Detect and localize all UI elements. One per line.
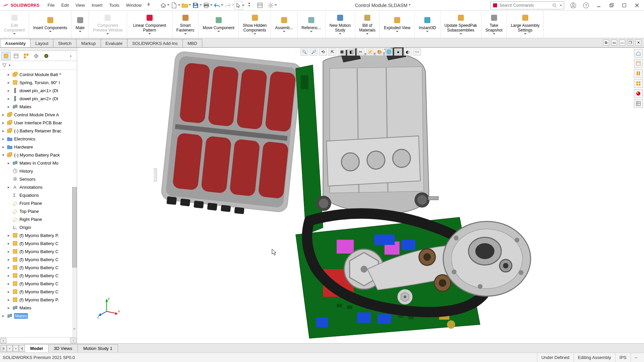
tree-item-29[interactable]: ▸Mates bbox=[0, 304, 77, 312]
tree-item-7[interactable]: ▸(-) Battery Retainer Brac bbox=[0, 127, 77, 135]
tree-item-24[interactable]: ▸(f) Myomo Battery C bbox=[0, 263, 77, 272]
status-extra[interactable]: – bbox=[631, 353, 641, 362]
filter-dropdown-icon[interactable]: ▾ bbox=[9, 63, 10, 67]
tree-item-2[interactable]: ▸dowel pin_ai<1> (DI bbox=[0, 86, 77, 95]
large-asm-dropdown-icon[interactable] bbox=[524, 33, 527, 36]
redo-icon[interactable] bbox=[223, 1, 232, 10]
fm-tab-more[interactable]: › bbox=[66, 52, 75, 60]
tree-item-14[interactable]: ▸AAnnotations bbox=[0, 183, 77, 191]
ribbon-insert-components[interactable]: Insert Components bbox=[29, 11, 71, 38]
tree-expand-22[interactable]: ▸ bbox=[7, 249, 11, 254]
options-gear-icon[interactable] bbox=[266, 1, 275, 10]
tree-item-27[interactable]: ▸(f) Myomo Battery C bbox=[0, 288, 77, 296]
new-document-icon[interactable] bbox=[170, 1, 178, 10]
tree-expand-6[interactable]: ▸ bbox=[1, 121, 5, 125]
tree-expand-0[interactable]: ▸ bbox=[7, 72, 11, 77]
tree-item-3[interactable]: ▸dowel pin_ai<2> (DI bbox=[0, 95, 77, 103]
tp-appearances-icon[interactable] bbox=[634, 89, 643, 98]
tree-expand-4[interactable]: ▸ bbox=[7, 105, 11, 109]
bom-dropdown-icon[interactable] bbox=[366, 33, 369, 36]
tree-expand-10[interactable]: ▾ bbox=[1, 153, 5, 157]
ribbon-reference-geom[interactable]: Referenc... bbox=[298, 11, 326, 38]
fm-tab-tree[interactable] bbox=[1, 52, 11, 60]
tree-item-22[interactable]: ▸(f) Myomo Battery C bbox=[0, 247, 77, 255]
menu-insert[interactable]: Insert bbox=[89, 2, 105, 9]
tree-item-15[interactable]: ΣEquations bbox=[0, 191, 77, 199]
headsup-btn-11[interactable]: ◐ bbox=[404, 48, 412, 56]
tree-expand-3[interactable]: ▸ bbox=[7, 97, 11, 101]
headsup-btn-5[interactable]: ◧ bbox=[347, 48, 355, 56]
ribbon-snapshot[interactable]: TakeSnapshot bbox=[481, 11, 507, 38]
ribbon-move-component[interactable]: Move Component bbox=[199, 11, 239, 38]
tree-expand-20[interactable]: ▸ bbox=[7, 233, 11, 238]
bt-last[interactable]: ›| bbox=[19, 345, 25, 352]
tree-scroll-down[interactable]: ⌄ bbox=[72, 325, 76, 330]
select-cursor-icon[interactable] bbox=[234, 1, 243, 10]
menu-tools[interactable]: Tools bbox=[107, 2, 122, 9]
hscroll-left[interactable]: ‹ bbox=[0, 338, 6, 343]
tree-item-30[interactable]: ▸Mates bbox=[0, 312, 77, 320]
ribbon-speedpak[interactable]: Update SpeedPakSubassemblies bbox=[440, 11, 481, 38]
save-icon[interactable] bbox=[191, 1, 200, 10]
restore-button[interactable] bbox=[607, 2, 616, 9]
fm-tab-property[interactable] bbox=[11, 52, 21, 60]
file-properties-icon[interactable] bbox=[256, 1, 264, 10]
home-icon[interactable] bbox=[159, 1, 168, 10]
tree-expand-28[interactable]: ▸ bbox=[7, 298, 11, 302]
search-input[interactable] bbox=[499, 3, 551, 8]
search-commands[interactable]: ▾ bbox=[490, 1, 564, 9]
pin-icon[interactable] bbox=[146, 2, 151, 8]
motion-study-dropdown-icon[interactable] bbox=[339, 33, 341, 36]
move-component-dropdown-icon[interactable] bbox=[217, 31, 220, 34]
tree-item-17[interactable]: Top Plane bbox=[0, 207, 77, 215]
ribbon-motion-study[interactable]: New MotionStudy bbox=[325, 11, 355, 38]
doc-new-window-icon[interactable]: ⧉ bbox=[603, 40, 609, 46]
headsup-btn-1[interactable]: 🔎 bbox=[310, 48, 318, 56]
menu-edit[interactable]: Edit bbox=[59, 2, 71, 9]
feature-tree[interactable]: ▸Control Module Batt ^▸Spring, Torsion, … bbox=[0, 70, 77, 337]
tab-assembly[interactable]: Assembly bbox=[0, 39, 31, 47]
headsup-btn-6[interactable]: ✂ bbox=[357, 48, 365, 56]
headsup-btn-10[interactable]: ● bbox=[394, 48, 402, 56]
tree-item-12[interactable]: History bbox=[0, 167, 77, 175]
headsup-btn-2[interactable]: ⟲ bbox=[319, 48, 327, 56]
tree-item-18[interactable]: Right Plane bbox=[0, 215, 77, 223]
mate-dropdown-icon[interactable] bbox=[79, 31, 82, 34]
menu-window[interactable]: Window bbox=[123, 2, 144, 9]
search-dropdown-icon[interactable]: ▾ bbox=[560, 3, 562, 7]
ribbon-show-hidden[interactable]: Show HiddenComponents bbox=[239, 11, 271, 38]
show-hidden-dropdown-icon[interactable] bbox=[254, 33, 256, 36]
tree-expand-2[interactable]: ▸ bbox=[7, 88, 11, 93]
tree-item-20[interactable]: ▸(f) Myomo Battery P. bbox=[0, 231, 77, 239]
doc-tile-icon[interactable]: ▭ bbox=[611, 40, 617, 46]
headsup-btn-7[interactable]: 🧭 bbox=[366, 48, 374, 56]
doc-minimize-icon[interactable]: — bbox=[619, 40, 625, 46]
bt-next[interactable]: › bbox=[13, 345, 19, 352]
menu-view[interactable]: View bbox=[73, 2, 88, 9]
maximize-doc-button[interactable] bbox=[620, 2, 629, 9]
tree-expand-1[interactable]: ▸ bbox=[7, 80, 11, 85]
tree-item-0[interactable]: ▸Control Module Batt ^ bbox=[0, 70, 77, 78]
fm-tab-config[interactable] bbox=[21, 52, 31, 60]
tree-item-19[interactable]: Origin bbox=[0, 223, 77, 231]
smart-fasteners-dropdown-icon[interactable] bbox=[184, 33, 187, 36]
tab-markup[interactable]: Markup bbox=[76, 39, 101, 47]
tab-solidworks-add-ins[interactable]: SOLIDWORKS Add-Ins bbox=[127, 39, 183, 47]
snapshot-dropdown-icon[interactable] bbox=[493, 33, 495, 36]
tab-mbd[interactable]: MBD bbox=[182, 39, 202, 47]
tree-item-5[interactable]: ▸Control Module Drive A bbox=[0, 111, 77, 119]
tp-view-palette-icon[interactable] bbox=[634, 79, 643, 88]
ribbon-exploded-view[interactable]: Exploded View bbox=[380, 11, 415, 38]
fm-tab-display[interactable] bbox=[42, 52, 51, 60]
feature-filter[interactable]: ▾ bbox=[0, 61, 77, 70]
tree-item-25[interactable]: ▸(f) Myomo Battery C bbox=[0, 272, 77, 280]
tree-expand-5[interactable]: ▸ bbox=[1, 113, 5, 117]
menu-file[interactable]: File bbox=[45, 2, 57, 9]
tab-sketch[interactable]: Sketch bbox=[53, 39, 76, 47]
headsup-btn-3[interactable]: ⇱ bbox=[328, 48, 336, 56]
tree-expand-14[interactable]: ▸ bbox=[7, 185, 11, 189]
graphics-viewport[interactable]: 🔍🔎⟲⇱🔳◧✂🧭🎨🌐●◐⋯ bbox=[77, 48, 644, 343]
tree-expand-8[interactable]: ▸ bbox=[1, 137, 5, 141]
ribbon-large-asm[interactable]: Large AssemblySettings bbox=[507, 11, 544, 38]
ribbon-assembly-features[interactable]: Assemb... bbox=[271, 11, 297, 38]
